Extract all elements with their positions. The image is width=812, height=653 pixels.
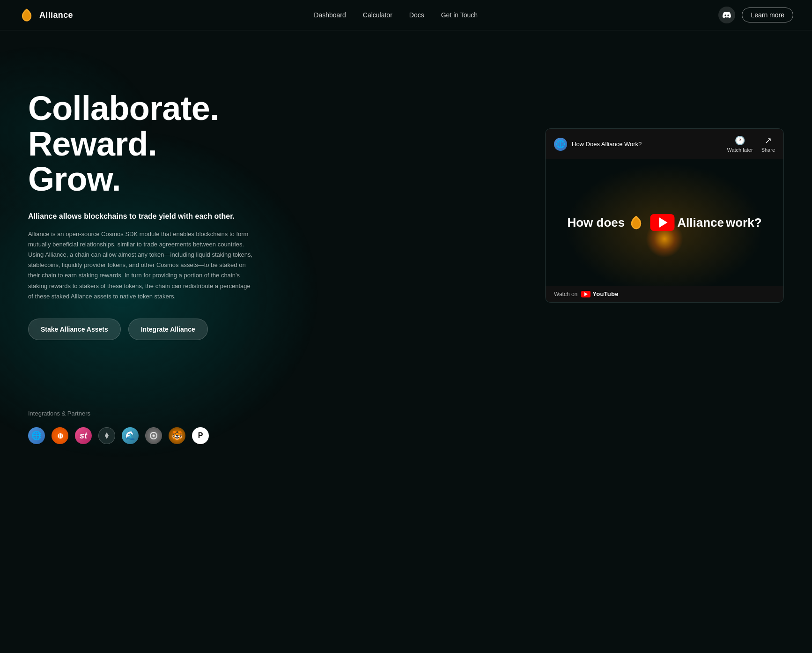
video-title: How Does Alliance Work?: [572, 141, 642, 148]
watch-on-text: Watch on: [554, 291, 577, 297]
partners-section: Integrations & Partners 🌐 ⊕ st 🌊 🐯 P: [0, 382, 812, 463]
video-overlay: How does Alliance work?: [567, 214, 761, 231]
play-button[interactable]: [650, 214, 674, 231]
youtube-play-triangle: [584, 292, 588, 296]
hero-title-line3: Grow.: [28, 162, 253, 197]
youtube-text: YouTube: [592, 290, 619, 297]
hero-buttons: Stake Alliance Assets Integrate Alliance: [28, 319, 253, 340]
nav-contact[interactable]: Get in Touch: [441, 11, 478, 19]
video-player[interactable]: How does Alliance work?: [546, 159, 783, 286]
partners-icons: 🌐 ⊕ st 🌊 🐯 P: [28, 427, 784, 444]
alliance-logo-icon: [19, 7, 35, 23]
drop-icon: [102, 431, 111, 440]
logo-link[interactable]: Alliance: [19, 7, 73, 23]
hero-title-line1: Collaborate.: [28, 91, 253, 126]
partners-label: Integrations & Partners: [28, 410, 784, 417]
partner-terra[interactable]: 🌊: [122, 427, 139, 444]
nav-dashboard[interactable]: Dashboard: [314, 11, 346, 19]
youtube-logo[interactable]: YouTube: [581, 290, 619, 297]
integrate-button[interactable]: Integrate Alliance: [128, 319, 208, 340]
learn-more-button[interactable]: Learn more: [742, 7, 793, 22]
nav-links: Dashboard Calculator Docs Get in Touch: [314, 11, 478, 19]
partner-tiger[interactable]: 🐯: [169, 427, 185, 444]
hero-description: Alliance is an open-source Cosmos SDK mo…: [28, 229, 253, 302]
hero-section: Collaborate. Reward. Grow. Alliance allo…: [0, 30, 812, 382]
discord-button[interactable]: [718, 7, 735, 23]
clock-icon: 🕐: [735, 135, 745, 146]
nav-calculator[interactable]: Calculator: [363, 11, 392, 19]
video-footer: Watch on YouTube: [546, 286, 783, 302]
share-control[interactable]: ↗ Share: [761, 135, 775, 153]
video-controls: 🕐 Watch later ↗ Share: [727, 135, 775, 153]
overlay-alliance: Alliance: [677, 215, 724, 230]
video-header-left: 🌐 How Does Alliance Work?: [554, 138, 642, 151]
hero-title-line2: Reward.: [28, 126, 253, 162]
navbar: Alliance Dashboard Calculator Docs Get i…: [0, 0, 812, 30]
hero-content: Collaborate. Reward. Grow. Alliance allo…: [28, 91, 253, 340]
video-embed: 🌐 How Does Alliance Work? 🕐 Watch later …: [545, 128, 784, 303]
partner-osmosis[interactable]: ⊕: [52, 427, 68, 444]
watch-later-label: Watch later: [727, 147, 753, 153]
alliance-logo-video: [627, 214, 644, 231]
video-channel-icon: 🌐: [554, 138, 567, 151]
nav-docs[interactable]: Docs: [409, 11, 424, 19]
partner-stride[interactable]: st: [75, 427, 92, 444]
share-label: Share: [761, 147, 775, 153]
partner-neutron[interactable]: [145, 427, 162, 444]
hero-title: Collaborate. Reward. Grow.: [28, 91, 253, 197]
neutron-icon: [149, 431, 158, 440]
share-icon: ↗: [765, 135, 772, 146]
overlay-before: How does: [567, 215, 625, 230]
logo-text: Alliance: [39, 10, 73, 20]
partner-persistence[interactable]: P: [192, 427, 209, 444]
youtube-icon: [581, 291, 591, 297]
partner-globe[interactable]: 🌐: [28, 427, 45, 444]
video-header: 🌐 How Does Alliance Work? 🕐 Watch later …: [546, 129, 783, 159]
watch-later-control[interactable]: 🕐 Watch later: [727, 135, 753, 153]
stake-button[interactable]: Stake Alliance Assets: [28, 319, 121, 340]
svg-point-1: [153, 435, 155, 437]
nav-right: Learn more: [718, 7, 793, 23]
play-triangle: [659, 217, 667, 228]
hero-subtitle: Alliance allows blockchains to trade yie…: [28, 212, 253, 221]
partner-drop[interactable]: [98, 427, 115, 444]
overlay-after: work?: [726, 215, 762, 230]
discord-icon: [723, 12, 731, 18]
